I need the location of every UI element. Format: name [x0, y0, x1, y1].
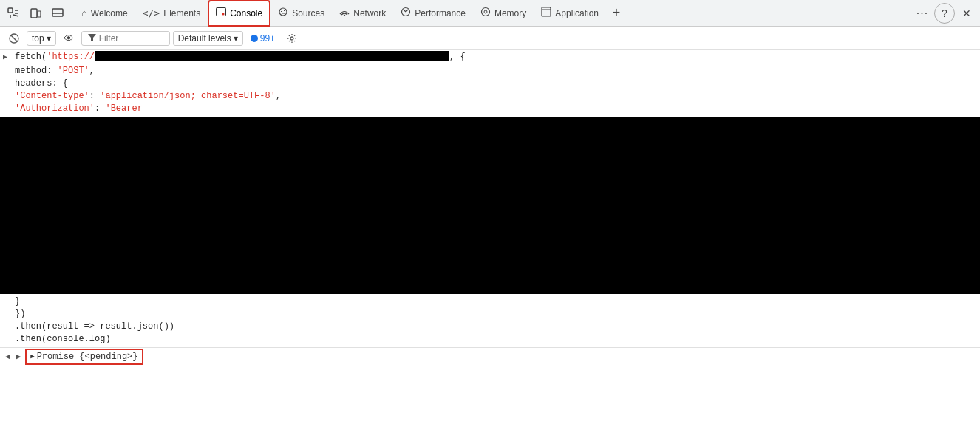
tab-bar-left-icons — [3, 3, 68, 24]
headers-line: headers: { — [15, 78, 977, 90]
method-line: method: 'POST', — [15, 65, 977, 78]
context-selector[interactable]: top ▾ — [27, 31, 56, 46]
log-levels-chevron-icon: ▾ — [234, 33, 238, 44]
nav-right-icon[interactable]: ▶ — [14, 352, 24, 361]
tabs-container: ⌂ Welcome </> Elements Console — [74, 0, 909, 27]
tab-application-label: Application — [555, 8, 599, 18]
svg-rect-6 — [38, 11, 41, 17]
fetch-keyword: fetch( — [15, 51, 47, 63]
fetch-end: , { — [449, 51, 466, 63]
add-tab-button[interactable]: + — [606, 3, 627, 24]
tab-bar: ⌂ Welcome </> Elements Console — [0, 0, 980, 27]
svg-point-10 — [222, 13, 225, 16]
svg-line-4 — [13, 15, 18, 16]
tab-performance-label: Performance — [415, 8, 466, 18]
expand-arrow-icon[interactable]: ▶ — [3, 52, 7, 64]
console-code-block-2: } }) .then(result => result.json()) .the… — [0, 294, 980, 347]
tab-network[interactable]: Network — [332, 0, 393, 27]
svg-point-16 — [484, 10, 487, 13]
svg-point-13 — [344, 15, 345, 16]
svg-marker-21 — [88, 34, 96, 41]
tab-network-label: Network — [353, 8, 386, 18]
elements-icon: </> — [143, 7, 160, 18]
memory-icon — [480, 7, 491, 19]
console-line-1: ▶ fetch('https:// , { — [0, 50, 980, 64]
close-devtools-button[interactable]: ✕ — [956, 3, 977, 24]
chevron-down-icon: ▾ — [47, 33, 51, 44]
tab-memory-label: Memory — [494, 8, 526, 18]
svg-rect-7 — [52, 9, 63, 16]
then-json-line: .then(result => result.json()) — [15, 321, 977, 333]
svg-rect-0 — [8, 8, 13, 13]
tab-welcome[interactable]: ⌂ Welcome — [74, 0, 135, 27]
info-icon — [251, 35, 258, 42]
redacted-url — [95, 51, 449, 61]
filter-icon — [88, 34, 96, 42]
eye-button[interactable]: 👁 — [59, 30, 78, 47]
message-count-badge: 99+ — [246, 32, 279, 45]
console-icon — [216, 7, 226, 18]
tab-sources[interactable]: Sources — [270, 0, 332, 27]
tab-performance[interactable]: Performance — [393, 0, 473, 27]
tab-console-label: Console — [230, 8, 262, 18]
log-levels-label: Default levels — [178, 33, 231, 44]
console-code-block: method: 'POST', headers: { 'Content-type… — [0, 64, 980, 117]
console-output: ▶ fetch('https:// , { method: 'POST', he… — [0, 50, 980, 421]
promise-arrow-icon: ▶ — [30, 352, 34, 360]
nav-left-icon[interactable]: ◀ — [3, 352, 13, 361]
svg-point-15 — [481, 8, 489, 16]
then-log-line: .then(console.log) — [15, 333, 977, 346]
tab-elements[interactable]: </> Elements — [135, 0, 208, 27]
performance-icon — [401, 7, 411, 19]
svg-point-22 — [251, 35, 258, 42]
help-button[interactable]: ? — [934, 3, 955, 24]
clear-console-button[interactable] — [4, 31, 24, 46]
fetch-url: 'https:// — [47, 51, 95, 63]
tab-sources-label: Sources — [292, 8, 324, 18]
settings-button[interactable] — [282, 31, 302, 46]
close-brace-line: } — [15, 295, 977, 308]
svg-rect-5 — [31, 9, 37, 18]
more-options-button[interactable]: ··· — [912, 3, 933, 24]
tab-elements-label: Elements — [163, 8, 200, 18]
tab-application[interactable]: Application — [534, 0, 606, 27]
inspect-element-button[interactable] — [3, 3, 24, 24]
nav-arrows: ◀ ▶ — [3, 352, 23, 361]
filter-input[interactable] — [99, 33, 158, 44]
tab-bar-right-icons: ··· ? ✕ — [912, 3, 977, 24]
svg-line-20 — [11, 35, 17, 41]
close-paren-line: }) — [15, 308, 977, 321]
svg-point-23 — [290, 37, 293, 40]
auth-line: 'Authorization': 'Bearer — [15, 103, 977, 115]
filter-container — [81, 31, 170, 46]
device-toolbar-button[interactable] — [25, 3, 46, 24]
tab-console[interactable]: Console — [208, 0, 270, 27]
drawer-button[interactable] — [47, 3, 68, 24]
message-count: 99+ — [260, 33, 275, 44]
log-levels-selector[interactable]: Default levels ▾ — [173, 31, 243, 46]
promise-text: Promise {<pending>} — [37, 352, 138, 362]
application-icon — [541, 7, 551, 19]
redacted-block — [0, 117, 980, 294]
sources-icon — [278, 7, 288, 19]
promise-result[interactable]: ▶ Promise {<pending>} — [27, 351, 140, 363]
gear-icon — [287, 33, 297, 44]
tab-welcome-label: Welcome — [91, 8, 128, 18]
welcome-icon: ⌂ — [81, 7, 87, 18]
console-footer: ◀ ▶ ▶ Promise {<pending>} — [0, 347, 980, 365]
svg-rect-17 — [542, 7, 551, 16]
content-type-line: 'Content-type': 'application/json; chars… — [15, 90, 977, 103]
context-label: top — [32, 33, 44, 44]
network-icon — [339, 7, 350, 18]
console-toolbar: top ▾ 👁 Default levels ▾ 99+ — [0, 27, 980, 50]
tab-memory[interactable]: Memory — [473, 0, 534, 27]
svg-rect-9 — [217, 8, 226, 16]
